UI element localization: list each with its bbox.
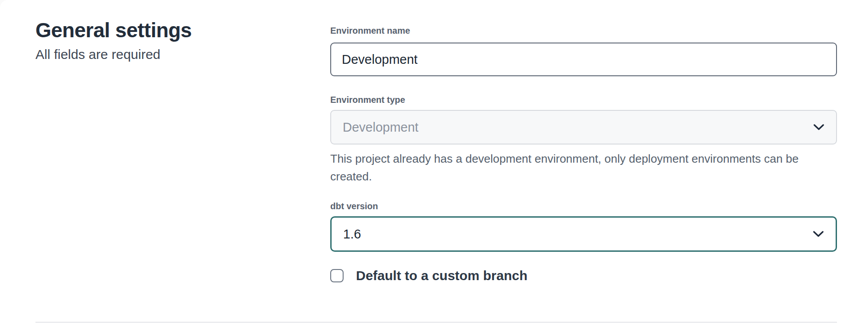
section-divider: [35, 322, 837, 323]
dbt-version-select[interactable]: 1.6: [330, 216, 837, 252]
custom-branch-label[interactable]: Default to a custom branch: [356, 268, 528, 283]
settings-form: Environment name Environment type Develo…: [330, 18, 837, 283]
environment-name-label: Environment name: [330, 25, 837, 36]
environment-type-label: Environment type: [330, 94, 837, 105]
custom-branch-checkbox[interactable]: [330, 269, 344, 282]
chevron-down-icon: [813, 124, 825, 131]
section-header: General settings All fields are required: [35, 18, 330, 283]
environment-name-input[interactable]: [330, 43, 837, 76]
custom-branch-row: Default to a custom branch: [330, 269, 837, 283]
page-title: General settings: [35, 18, 330, 43]
settings-content: General settings All fields are required…: [0, 0, 868, 283]
dbt-version-value: 1.6: [343, 227, 361, 242]
page-subtitle: All fields are required: [35, 46, 330, 63]
environment-type-value: Development: [343, 120, 418, 135]
general-settings-card: General settings All fields are required…: [0, 0, 868, 328]
environment-type-helper: This project already has a development e…: [330, 150, 837, 185]
chevron-down-icon: [813, 230, 824, 238]
environment-type-select: Development: [330, 110, 837, 144]
dbt-version-label: dbt version: [330, 200, 837, 212]
